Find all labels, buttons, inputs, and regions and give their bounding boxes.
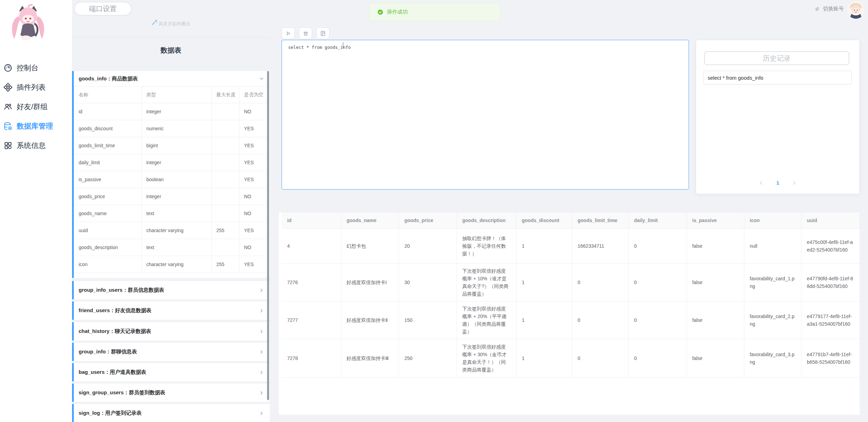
results-col-header: daily_limit	[628, 212, 687, 229]
table-item-group-info-users[interactable]: group_info_users：群员信息数据表	[72, 281, 270, 299]
chevron-right-icon	[259, 308, 264, 314]
sidebar-item-label: 控制台	[17, 63, 38, 73]
results-col-header: uuid	[801, 212, 860, 229]
sidebar-item-label: 数据库管理	[17, 121, 53, 131]
table-card-title: goods_info：商品数据表	[79, 76, 138, 82]
sidebar-menu: 控制台 插件列表 好友/群组	[0, 58, 72, 155]
schema-col-header: 是否为空	[239, 87, 267, 103]
notebook-button[interactable]	[316, 27, 329, 39]
plugins-icon	[3, 83, 12, 92]
tables-panel-title: 数据表	[72, 46, 270, 55]
schema-header-row: 名称 类型 最大长度 是否为空	[74, 87, 267, 103]
results-panel: id goods_name goods_price goods_descript…	[279, 212, 860, 415]
table-item-chat-history[interactable]: chat_history：聊天记录数据表	[72, 322, 270, 341]
results-col-header: goods_discount	[516, 212, 572, 229]
next-page-button[interactable]	[792, 181, 797, 185]
success-toast: 操作成功	[369, 3, 501, 21]
magic-caption: 风灵月影的魔法	[72, 21, 270, 27]
bot-avatar-logo	[6, 3, 51, 48]
sidebar-item-label: 插件列表	[17, 82, 46, 92]
prev-page-button[interactable]	[759, 181, 764, 185]
chevron-down-icon	[259, 76, 264, 81]
run-query-button[interactable]	[282, 27, 295, 39]
switch-account-button[interactable]: 切换账号	[814, 6, 844, 12]
table-item-bag-users[interactable]: bag_users：用户道具数据表	[72, 363, 270, 381]
clear-icon	[302, 30, 309, 37]
swap-arrows-icon	[814, 6, 820, 12]
sidebar-item-label: 系统信息	[17, 141, 46, 150]
history-item[interactable]: select * from goods_info	[703, 71, 852, 85]
sidebar: 控制台 插件列表 好友/群组	[0, 0, 72, 422]
schema-col-header: 最大长度	[211, 87, 239, 103]
schema-row: daily_limitintegerYES	[74, 154, 267, 171]
tables-panel-header: 端口设置 风灵月影的魔法	[72, 0, 270, 37]
history-title: 历史记录	[704, 51, 849, 65]
results-col-header: icon	[744, 212, 801, 229]
history-panel: 历史记录 select * from goods_info 1	[696, 40, 860, 194]
schema-row: goods_descriptiontextNO	[74, 239, 267, 256]
app-root: 控制台 插件列表 好友/群组	[0, 0, 868, 422]
schema-row: uuidcharacter varying255YES	[74, 222, 267, 239]
dashboard-icon	[3, 63, 12, 72]
sidebar-item-console[interactable]: 控制台	[0, 58, 72, 78]
toast-text: 操作成功	[387, 9, 408, 15]
chevron-right-icon	[259, 411, 264, 416]
sidebar-item-friends-groups[interactable]: 好友/群组	[0, 97, 72, 116]
schema-row: goods_priceintegerNO	[74, 188, 267, 205]
clear-query-button[interactable]	[299, 27, 312, 39]
tables-panel: 端口设置 风灵月影的魔法 数据表 goods_info：商品数据表 名称 类型	[72, 0, 270, 422]
results-col-header: goods_description	[457, 212, 516, 229]
notebook-icon	[320, 30, 326, 37]
schema-row: idintegerNO	[74, 103, 267, 120]
chevron-right-icon	[259, 390, 264, 396]
results-col-header: goods_limit_time	[572, 212, 628, 229]
results-col-header: goods_price	[399, 212, 457, 229]
sidebar-item-database[interactable]: 数据库管理	[0, 116, 72, 136]
table-item-friend-users[interactable]: friend_users：好友信息数据表	[72, 301, 270, 320]
magic-wand-icon	[152, 19, 158, 25]
sidebar-item-system[interactable]: 系统信息	[0, 136, 72, 155]
sql-editor-input[interactable]: select * from goods_info	[282, 40, 689, 190]
results-col-header: goods_name	[341, 212, 399, 229]
results-row: 7277好感度双倍加持卡Ⅱ 150下次签到双倍好感度概率 + 20%（平平庸庸）…	[282, 301, 860, 339]
friends-icon	[3, 102, 12, 111]
user-avatar[interactable]	[847, 1, 865, 19]
query-toolbar	[282, 27, 329, 39]
table-item-group-info[interactable]: group_info：群聊信息表	[72, 343, 270, 361]
table-card-goods-info-header[interactable]: goods_info：商品数据表	[74, 71, 270, 87]
chevron-left-icon	[759, 181, 764, 185]
results-table: id goods_name goods_price goods_descript…	[282, 212, 860, 378]
schema-table: 名称 类型 最大长度 是否为空 idintegerNO goods_discou…	[74, 87, 267, 273]
chevron-right-icon	[259, 349, 264, 355]
table-item-sign-log[interactable]: sign_log：用户签到记录表	[72, 404, 270, 422]
panel-scrollbar-thumb[interactable]	[267, 71, 269, 400]
schema-col-header: 类型	[141, 87, 211, 103]
schema-col-header: 名称	[74, 87, 141, 103]
schema-row: iconcharacter varying255YES	[74, 256, 267, 273]
chevron-right-icon	[259, 370, 264, 375]
chevron-right-icon	[259, 329, 264, 334]
sidebar-item-label: 好友/群组	[17, 102, 48, 112]
results-row: 7276好感度双倍加持卡Ⅰ 30下次签到双倍好感度概率 + 10%（谁才是真命天…	[282, 264, 860, 301]
system-grid-icon	[3, 141, 12, 150]
results-row: 7278好感度双倍加持卡Ⅲ 250下次签到双倍好感度概率 + 30%（金币才是真…	[282, 339, 860, 378]
port-settings-button[interactable]: 端口设置	[74, 2, 132, 16]
history-pagination: 1	[696, 180, 859, 186]
run-icon	[285, 30, 292, 37]
schema-row: goods_limit_timebigintYES	[74, 137, 267, 154]
results-row: 4幻想卡包 20抽取幻想卡牌！（体验版，不记录任何数据！） 1166233471…	[282, 229, 860, 264]
page-number[interactable]: 1	[776, 180, 779, 186]
chevron-right-icon	[259, 288, 264, 293]
text-cursor	[343, 42, 343, 48]
results-col-header: is_passive	[687, 212, 744, 229]
results-col-header: id	[282, 212, 341, 229]
results-header-row: id goods_name goods_price goods_descript…	[282, 212, 860, 229]
table-item-sign-group-users[interactable]: sign_group_users：群员签到数据表	[72, 384, 270, 402]
chevron-right-icon	[792, 181, 797, 185]
schema-row: goods_nametextNO	[74, 205, 267, 222]
schema-row: is_passivebooleanYES	[74, 171, 267, 188]
check-circle-icon	[377, 9, 383, 15]
sidebar-item-plugins[interactable]: 插件列表	[0, 78, 72, 97]
database-icon	[3, 122, 12, 131]
table-card-goods-info: goods_info：商品数据表 名称 类型 最大长度 是否为空 idinteg…	[72, 71, 270, 278]
